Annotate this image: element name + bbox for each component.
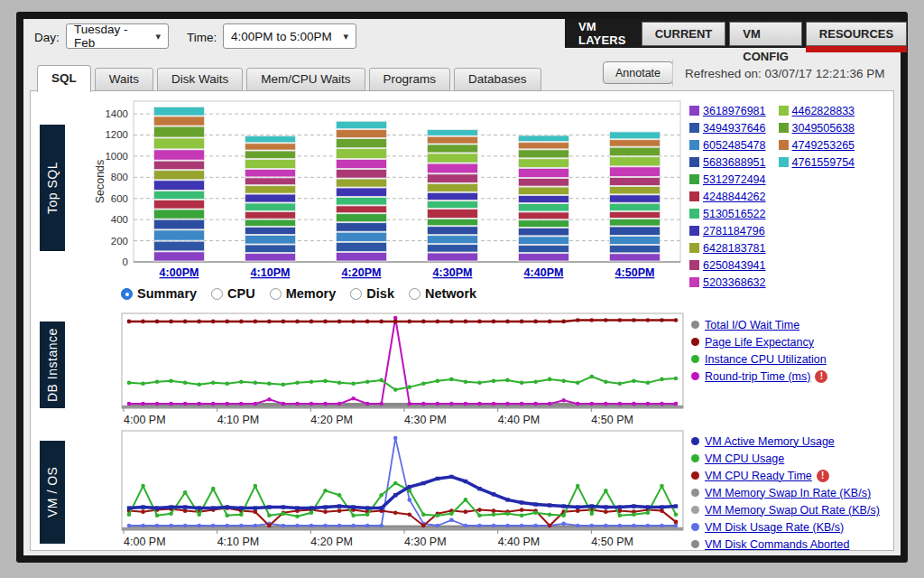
bar-segment-3049505638[interactable] [154, 126, 205, 137]
radio-circle-disk[interactable] [350, 288, 362, 300]
bar-segment-6052485478[interactable] [428, 236, 478, 244]
radio-circle-network[interactable] [409, 288, 420, 300]
radio-disk[interactable]: Disk [350, 286, 394, 301]
bar-segment-4462828833[interactable] [428, 154, 478, 163]
bar-segment-5130516522[interactable] [610, 203, 661, 210]
bar-segment-5683688951[interactable] [610, 227, 661, 236]
legend-link[interactable]: VM Active Memory Usage [705, 435, 835, 448]
bar-segment-2781184796[interactable] [610, 195, 661, 202]
bar-segment-4761559754[interactable] [337, 121, 387, 128]
bar-segment-2781184796[interactable] [428, 192, 478, 200]
bar-segment-4761559754[interactable] [519, 135, 569, 142]
bar-segment-4462828833[interactable] [154, 138, 205, 149]
bar-segment-6250843941[interactable] [610, 178, 661, 186]
bar-segment-3618976981[interactable] [337, 252, 387, 261]
bar-segment-4749253265[interactable] [337, 130, 387, 138]
legend-link[interactable]: 4761559754 [792, 156, 855, 169]
bar-segment-2781184796[interactable] [337, 188, 387, 197]
bar-segment-3049505638[interactable] [610, 147, 661, 156]
bar-segment-2781184796[interactable] [245, 194, 296, 202]
legend-link[interactable]: VM Disk Usage Rate (KB/s) [705, 521, 844, 534]
bar-time-link[interactable]: 4:30PM [433, 266, 473, 279]
bar-segment-5203368632[interactable] [337, 159, 387, 168]
bar-segment-3618976981[interactable] [428, 253, 478, 261]
bar-segment-4749253265[interactable] [519, 143, 569, 149]
legend-link[interactable]: 5312972494 [703, 173, 766, 186]
radio-circle-cpu[interactable] [211, 288, 223, 300]
annotate-button[interactable]: Annotate [603, 61, 673, 84]
legend-link[interactable]: 5683688951 [703, 156, 766, 169]
radio-summary[interactable]: Summary [121, 286, 197, 301]
bar-segment-6428183781[interactable] [154, 171, 205, 180]
bar-segment-4761559754[interactable] [610, 132, 661, 139]
bar-segment-5312972494[interactable] [610, 219, 661, 226]
bar-segment-5312972494[interactable] [154, 210, 205, 219]
bar-segment-3049505638[interactable] [337, 139, 387, 148]
bar-segment-5203368632[interactable] [154, 150, 205, 160]
bar-segment-3494937646[interactable] [337, 242, 387, 251]
bar-time-link[interactable]: 4:50PM [615, 266, 655, 279]
tab-databases[interactable]: Databases [454, 68, 541, 91]
bar-segment-3618976981[interactable] [154, 252, 205, 261]
bar-segment-5130516522[interactable] [428, 201, 478, 209]
legend-link[interactable]: 4462828833 [792, 105, 855, 117]
bar-segment-4749253265[interactable] [610, 140, 661, 146]
bar-segment-5203368632[interactable] [245, 170, 296, 177]
bar-segment-2781184796[interactable] [154, 181, 205, 191]
bar-segment-5312972494[interactable] [337, 214, 387, 222]
tab-programs[interactable]: Programs [369, 68, 451, 91]
bar-segment-6250843941[interactable] [428, 174, 478, 183]
legend-link[interactable]: Round-trip Time (ms) [705, 370, 810, 383]
legend-link[interactable]: VM Memory Swap Out Rate (KB/s) [705, 504, 880, 517]
bar-segment-4248844262[interactable] [154, 200, 205, 209]
tab-sql[interactable]: SQL [37, 65, 91, 92]
bar-segment-4749253265[interactable] [428, 136, 478, 144]
legend-link[interactable]: 3494937646 [703, 122, 766, 135]
radio-circle-summary[interactable] [121, 288, 133, 300]
bar-segment-3618976981[interactable] [245, 254, 296, 261]
bar-time-link[interactable]: 4:40PM [524, 266, 564, 279]
bar-segment-4248844262[interactable] [428, 209, 478, 218]
legend-link[interactable]: 4248844262 [703, 191, 766, 203]
bar-segment-5312972494[interactable] [519, 220, 569, 228]
bar-segment-6250843941[interactable] [519, 178, 569, 186]
legend-link[interactable]: 6052485478 [703, 139, 766, 152]
legend-link[interactable]: 5130516522 [703, 208, 766, 220]
bar-segment-5130516522[interactable] [337, 198, 387, 205]
bar-segment-6052485478[interactable] [519, 237, 569, 245]
bar-segment-5683688951[interactable] [154, 219, 205, 229]
tab-mem-cpu-waits[interactable]: Mem/CPU Waits [246, 68, 365, 91]
bar-segment-5130516522[interactable] [519, 204, 569, 211]
bar-segment-4761559754[interactable] [154, 107, 205, 116]
legend-link[interactable]: VM Memory Swap In Rate (KB/s) [705, 487, 871, 499]
bar-segment-3494937646[interactable] [245, 245, 296, 253]
bar-segment-5683688951[interactable] [519, 228, 569, 236]
legend-link[interactable]: 2781184796 [703, 225, 765, 238]
bar-segment-3049505638[interactable] [245, 151, 296, 158]
bar-segment-5683688951[interactable] [245, 227, 296, 234]
tab-waits[interactable]: Waits [95, 68, 153, 91]
legend-link[interactable]: Instance CPU Utilization [705, 353, 827, 366]
nav-tab-resources[interactable]: RESOURCES [806, 22, 907, 46]
legend-link[interactable]: 3618976981 [703, 105, 766, 117]
bar-segment-6052485478[interactable] [245, 235, 296, 244]
bar-segment-6250843941[interactable] [245, 178, 296, 185]
bar-segment-4749253265[interactable] [154, 117, 205, 126]
legend-link[interactable]: 5203368632 [703, 276, 766, 289]
bar-segment-4761559754[interactable] [428, 130, 478, 136]
bar-segment-3618976981[interactable] [519, 254, 569, 261]
bar-segment-6428183781[interactable] [610, 187, 661, 194]
nav-tab-vm-layers[interactable]: VM LAYERS [565, 20, 640, 47]
bar-segment-3618976981[interactable] [610, 254, 661, 261]
radio-network[interactable]: Network [409, 286, 476, 301]
bar-segment-5203368632[interactable] [519, 168, 569, 177]
legend-link[interactable]: 6428183781 [703, 242, 766, 255]
bar-segment-6428183781[interactable] [519, 187, 569, 194]
bar-segment-3494937646[interactable] [428, 245, 478, 252]
bar-segment-3494937646[interactable] [519, 245, 569, 252]
bar-time-link[interactable]: 4:00PM [160, 266, 199, 279]
legend-link[interactable]: 4749253265 [792, 139, 855, 152]
bar-segment-3494937646[interactable] [154, 241, 205, 251]
bar-segment-6250843941[interactable] [337, 170, 387, 179]
bar-segment-4462828833[interactable] [245, 159, 296, 168]
